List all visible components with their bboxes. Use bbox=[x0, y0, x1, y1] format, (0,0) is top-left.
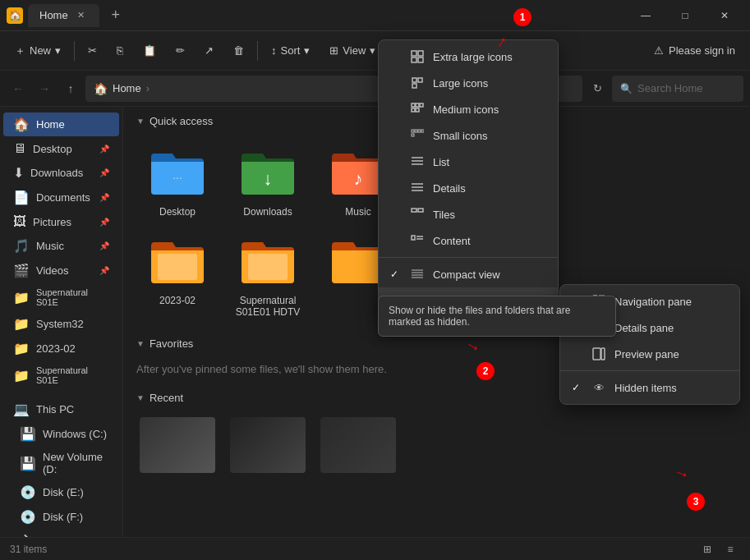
new-label: New bbox=[30, 44, 51, 57]
sidebar-this-pc-label: This PC bbox=[36, 403, 74, 415]
menu-item-list[interactable]: List bbox=[379, 149, 558, 175]
sidebar-esd-g1-label: ESD-USB (G:) bbox=[43, 537, 101, 538]
sidebar-item-esd-g1[interactable]: 🔌 ESD-USB (G:) bbox=[3, 530, 119, 537]
delete-icon: 🗑 bbox=[233, 44, 244, 57]
videos-icon: 🎬 bbox=[13, 263, 30, 278]
recent-grid bbox=[136, 414, 737, 480]
sidebar-item-downloads[interactable]: ⬇ Downloads 📌 bbox=[3, 161, 119, 185]
paste-button[interactable]: 📋 bbox=[135, 40, 164, 61]
recent-item-3[interactable] bbox=[317, 414, 399, 480]
address-bar: ← → ↑ 🏠 Home › ↻ 🔍 Search Home bbox=[0, 71, 750, 107]
sidebar-item-disk-e[interactable]: 💿 Disk (E:) bbox=[3, 480, 119, 504]
rename-button[interactable]: ✏ bbox=[168, 40, 193, 61]
extra-large-label: Extra large icons bbox=[433, 51, 513, 63]
sidebar-new-volume-label: New Volume (D: bbox=[43, 451, 109, 475]
menu-item-details[interactable]: Details bbox=[379, 175, 558, 201]
share-button[interactable]: ↗ bbox=[196, 40, 222, 61]
drive-d-icon: 💾 bbox=[20, 456, 36, 471]
small-label: Small icons bbox=[433, 130, 487, 142]
svg-rect-9 bbox=[418, 57, 423, 62]
annotation-1: 1 bbox=[513, 8, 531, 26]
sidebar-item-supernatural2[interactable]: 📁 Supernatural S01E bbox=[3, 361, 119, 389]
recent-chevron: ▼ bbox=[136, 393, 145, 402]
menu-item-content[interactable]: Content bbox=[379, 227, 558, 254]
view-icon: ⊞ bbox=[329, 44, 338, 57]
svg-rect-14 bbox=[416, 103, 419, 107]
compact-icon bbox=[410, 267, 425, 282]
active-tab[interactable]: Home ✕ bbox=[28, 4, 99, 27]
new-button[interactable]: ＋ New ▾ bbox=[7, 39, 69, 62]
up-button[interactable]: ↑ bbox=[59, 77, 82, 100]
favorites-chevron: ▼ bbox=[136, 339, 145, 348]
back-button[interactable]: ← bbox=[7, 77, 30, 100]
sidebar-item-music[interactable]: 🎵 Music 📌 bbox=[3, 234, 119, 258]
pin-icon-6: 📌 bbox=[99, 266, 109, 275]
minimize-button[interactable]: — bbox=[627, 2, 665, 29]
folder-item-desktop[interactable]: ··· Desktop bbox=[136, 137, 219, 224]
recent-thumb-3 bbox=[320, 417, 396, 473]
new-icon: ＋ bbox=[15, 44, 25, 58]
annotation-2: 2 bbox=[476, 362, 495, 380]
recent-item-1[interactable] bbox=[136, 414, 219, 480]
maximize-button[interactable]: □ bbox=[666, 2, 704, 29]
sidebar-item-videos[interactable]: 🎬 Videos 📌 bbox=[3, 259, 119, 282]
svg-rect-43 bbox=[593, 348, 600, 360]
sidebar-item-home[interactable]: 🏠 Home bbox=[3, 112, 119, 136]
pictures-icon: 🖼 bbox=[13, 214, 26, 229]
sidebar-item-documents[interactable]: 📄 Documents 📌 bbox=[3, 186, 119, 209]
menu-item-extra-large[interactable]: Extra large icons bbox=[379, 44, 558, 70]
menu-item-compact[interactable]: ✓ Compact view bbox=[379, 261, 558, 287]
check-hidden-items: ✓ bbox=[572, 382, 583, 393]
drive-f-icon: 💿 bbox=[20, 509, 36, 525]
menu-item-small[interactable]: Small icons bbox=[379, 122, 558, 149]
status-list-view-button[interactable]: ≡ bbox=[720, 539, 740, 559]
large-label: Large icons bbox=[433, 77, 488, 90]
downloads-folder-icon-wrap: ↓ bbox=[235, 144, 301, 203]
delete-button[interactable]: 🗑 bbox=[225, 40, 252, 61]
folder-item-downloads[interactable]: ↓ Downloads bbox=[227, 137, 309, 224]
svg-rect-10 bbox=[412, 78, 416, 82]
refresh-button[interactable]: ↻ bbox=[586, 77, 609, 100]
view-button[interactable]: ⊞ View ▾ bbox=[321, 40, 384, 61]
cut-button[interactable]: ✂ bbox=[80, 40, 105, 61]
new-tab-button[interactable]: + bbox=[104, 4, 127, 27]
compact-label: Compact view bbox=[433, 269, 500, 281]
tab-close-button[interactable]: ✕ bbox=[75, 9, 88, 22]
search-box[interactable]: 🔍 Search Home bbox=[612, 76, 743, 102]
sidebar-pictures-label: Pictures bbox=[33, 216, 71, 228]
sidebar-item-new-volume[interactable]: 💾 New Volume (D: bbox=[3, 447, 119, 480]
forward-button[interactable]: → bbox=[33, 77, 56, 100]
home-icon: 🏠 bbox=[13, 117, 30, 132]
sidebar-item-desktop[interactable]: 🖥 Desktop 📌 bbox=[3, 137, 119, 160]
recent-label: Recent bbox=[150, 392, 183, 404]
pin-icon-2: 📌 bbox=[99, 168, 109, 177]
downloads-folder-label: Downloads bbox=[243, 206, 292, 218]
sidebar-item-pictures[interactable]: 🖼 Pictures 📌 bbox=[3, 210, 119, 233]
sidebar-item-disk-f[interactable]: 💿 Disk (F:) bbox=[3, 505, 119, 529]
menu-item-tiles[interactable]: Tiles bbox=[379, 201, 558, 227]
svg-rect-44 bbox=[601, 348, 605, 360]
sidebar-item-windows-c[interactable]: 💾 Windows (C:) bbox=[3, 422, 119, 446]
copy-button[interactable]: ⎘ bbox=[108, 40, 131, 61]
sidebar-item-this-pc[interactable]: 💻 This PC bbox=[3, 397, 119, 421]
sign-in-button[interactable]: ⚠ Please sign in bbox=[646, 40, 743, 61]
folder-item-2023-02[interactable]: 2023-02 bbox=[136, 226, 219, 324]
status-view-buttons: ⊞ ≡ bbox=[697, 539, 740, 559]
status-grid-view-button[interactable]: ⊞ bbox=[697, 539, 717, 559]
menu-item-medium[interactable]: Medium icons bbox=[379, 96, 558, 122]
recent-thumb-2 bbox=[230, 417, 306, 473]
recent-item-2[interactable] bbox=[227, 414, 309, 480]
menu-item-large[interactable]: Large icons bbox=[379, 70, 558, 96]
rename-icon: ✏ bbox=[176, 44, 185, 57]
sidebar-disk-f-label: Disk (F:) bbox=[43, 511, 83, 523]
svg-rect-6 bbox=[412, 51, 416, 56]
extra-large-icon bbox=[410, 49, 425, 64]
submenu-item-preview-pane[interactable]: Preview pane bbox=[560, 341, 739, 367]
submenu-item-hidden-items[interactable]: ✓ 👁 Hidden items bbox=[560, 374, 739, 401]
folder-item-supernatural[interactable]: Supernatural S01E01 HDTV bbox=[227, 226, 309, 324]
sidebar-item-system32[interactable]: 📁 System32 bbox=[3, 312, 119, 336]
sidebar-item-2023[interactable]: 📁 2023-02 bbox=[3, 337, 119, 360]
sidebar-item-supernatural[interactable]: 📁 Supernatural S01E bbox=[3, 283, 119, 311]
close-button[interactable]: ✕ bbox=[706, 2, 743, 29]
sort-button[interactable]: ↕ Sort ▾ bbox=[263, 40, 318, 61]
